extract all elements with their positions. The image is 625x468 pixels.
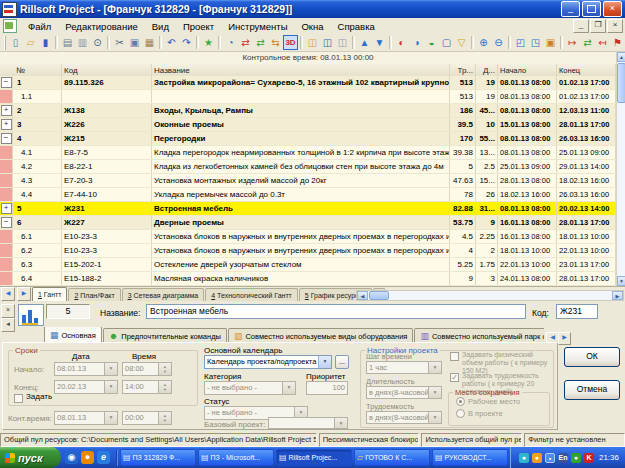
menu-item-вид[interactable]: Вид <box>145 20 176 33</box>
checkbox-icon[interactable] <box>14 394 23 403</box>
start-button[interactable]: пуск <box>0 447 61 468</box>
open-folder-icon[interactable]: ▱ <box>23 35 38 50</box>
table-row[interactable]: −189.115.326Застройка микрорайона= Сухар… <box>0 76 616 90</box>
ok-button[interactable]: ОК <box>564 347 620 367</box>
copy-icon[interactable]: ▣ <box>127 35 142 50</box>
calendar-more-button[interactable]: ... <box>335 355 349 369</box>
spinner-arrows-icon[interactable]: ▴▾ <box>158 412 171 424</box>
view-tab-3[interactable]: 3 Сетевая диаграмма <box>122 288 205 302</box>
print-icon[interactable]: ▤ <box>60 35 75 50</box>
table-row[interactable]: −6Ж227Дверные проемы53.75916.01.13 08:00… <box>0 216 616 230</box>
messenger-icon[interactable]: ◉ <box>65 451 78 464</box>
vertical-scrollbar[interactable]: ▲ ▼ <box>616 52 625 286</box>
print-preview-icon[interactable]: ▥ <box>75 35 90 50</box>
link-project-yellow-icon[interactable]: ◫ <box>305 35 320 50</box>
chevron-down-icon[interactable]: ▼ <box>104 381 117 393</box>
link-finish-finish-icon[interactable]: ↤ <box>595 35 610 50</box>
table-row[interactable]: 6.4Е15-188-2Масляная окраска наличников9… <box>0 272 616 286</box>
column-header-6[interactable]: Конец <box>557 64 616 76</box>
table-row[interactable]: 4.2Е8-22-1Кладка из легкобетонных камней… <box>0 160 616 174</box>
duration-unit-select[interactable]: в днях(8-часовой рабочий день)▼ <box>366 386 442 399</box>
dialog-tab-1[interactable]: ▦Основная <box>44 327 102 343</box>
minimize-button[interactable]: _ <box>561 1 580 17</box>
checkbox-icon[interactable] <box>450 352 459 361</box>
table-row[interactable]: 1.15131908.01.13 08:0001.02.13 17:00 <box>0 90 616 104</box>
zoom-out-icon[interactable]: ⊖ <box>491 35 506 50</box>
start-date-picker[interactable]: 08.01.13▼ <box>54 362 118 376</box>
control-time-spinner[interactable]: 00:00▴▾ <box>122 411 172 425</box>
chevron-down-icon[interactable]: ▼ <box>334 418 347 428</box>
chevron-down-icon[interactable]: ▼ <box>104 412 117 424</box>
dialog-tabs-right-icon[interactable]: ▶ <box>558 332 571 345</box>
task-code-input[interactable]: Ж231 <box>556 304 598 319</box>
menu-item-файл[interactable]: Файл <box>21 20 58 33</box>
horizontal-scroll-thumb[interactable] <box>369 291 389 300</box>
category-select[interactable]: - не выбрано -▼ <box>204 381 296 395</box>
mdi-restore-button[interactable]: ❒ <box>590 19 606 33</box>
spinner-arrows-icon[interactable]: ▴▾ <box>158 363 171 375</box>
collapse-icon[interactable]: − <box>1 77 12 88</box>
taskbar-window-button[interactable]: ▤Rillsoft Projec... <box>276 449 352 466</box>
horizontal-scrollbar[interactable]: ◀ ▶ <box>356 290 624 301</box>
table-row[interactable]: 4.4Е7-44-10Укладка перемычек массой до 0… <box>0 188 616 202</box>
tray-agent-icon[interactable]: ● <box>571 453 581 463</box>
end-time-spinner[interactable]: 14:00▴▾ <box>122 380 172 394</box>
scroll-down-icon[interactable]: ▼ <box>617 276 625 286</box>
dialog-tab-3[interactable]: ▥Совместно используемые виды оборудовани… <box>228 328 413 343</box>
taskbar-window-button[interactable]: ▤ПЗ - Microsoft... <box>198 449 274 466</box>
time-step-select[interactable]: 1 час▼ <box>366 361 442 374</box>
toolbar-grip[interactable] <box>4 36 6 50</box>
save-workspace-icon[interactable]: ▣ <box>543 35 558 50</box>
zoom-in-icon[interactable]: ⊕ <box>476 35 491 50</box>
link-project-gray-icon[interactable]: ◫ <box>335 35 350 50</box>
move-up-icon[interactable]: ▲ <box>357 35 372 50</box>
dialog-tab-2[interactable]: ☻Предпочтительные команды <box>103 328 227 343</box>
structure-icon[interactable]: ▢ <box>439 35 454 50</box>
view-tab-4[interactable]: 4 Технологический Гантт <box>205 288 298 302</box>
spinner-arrows-icon[interactable]: ▴▾ <box>158 381 171 393</box>
expand-icon[interactable]: + <box>1 119 12 130</box>
table-row[interactable]: +3Ж226Оконные проемы39.51015.01.13 08:00… <box>0 118 616 132</box>
tray-update-icon[interactable]: ● <box>532 453 542 463</box>
effort-unit-select[interactable]: в днях(8-часовой рабочий день)▼ <box>366 411 442 424</box>
menu-item-редактирование[interactable]: Редактирование <box>58 20 144 33</box>
shift-tasks-red-icon[interactable]: ⇄ <box>238 35 253 50</box>
cut-icon[interactable]: ✂ <box>112 35 127 50</box>
collapse-panel-icon[interactable]: ◂ <box>1 318 15 332</box>
base-project-select[interactable]: ▼ <box>268 417 348 429</box>
task-time-red-icon[interactable]: ◐ <box>394 35 409 50</box>
filter-icon[interactable]: ▽ <box>454 35 469 50</box>
language-indicator[interactable]: En <box>558 453 568 463</box>
column-header-3[interactable]: Тр... <box>450 64 476 76</box>
redo-icon[interactable]: ↷ <box>179 35 194 50</box>
table-row[interactable]: 6.3Е15-202-1Остекление дверей узорчатым … <box>0 258 616 272</box>
shift-tasks-green-icon[interactable]: ⇄ <box>253 35 268 50</box>
menu-item-окна[interactable]: Окна <box>294 20 330 33</box>
control-time-date-picker[interactable]: 08.01.13▼ <box>54 411 118 425</box>
vertical-scroll-thumb[interactable] <box>617 63 625 103</box>
milestone-icon[interactable]: ⚑ <box>610 35 625 50</box>
mdi-close-button[interactable]: × <box>607 19 623 33</box>
mdi-minimize-button[interactable]: _ <box>573 19 589 33</box>
radio-icon[interactable] <box>456 397 465 406</box>
window-layout-2-icon[interactable]: ◳ <box>528 35 543 50</box>
media-icon[interactable]: ● <box>81 451 94 464</box>
new-document-icon[interactable]: ▯ <box>8 35 23 50</box>
column-header-0[interactable]: № <box>0 64 62 76</box>
column-header-5[interactable]: Начало <box>498 64 557 76</box>
paste-icon[interactable]: ▦ <box>142 35 157 50</box>
wizard-icon[interactable]: ★ <box>201 35 216 50</box>
expand-icon[interactable]: + <box>1 105 12 116</box>
table-row[interactable]: 6.1Е10-23-3Установка блоков в наружных и… <box>0 230 616 244</box>
radio-icon[interactable] <box>456 409 465 418</box>
scroll-up-icon[interactable]: ▲ <box>617 52 625 62</box>
tabs-scroll-right-icon[interactable]: ▶ <box>17 287 31 301</box>
table-row[interactable]: 4.1Е8-7-5Кладка перегородок неармированн… <box>0 146 616 160</box>
set-dates-checkbox[interactable]: Задать <box>14 393 52 403</box>
window-layout-1-icon[interactable]: ◰ <box>513 35 528 50</box>
taskbar-window-button[interactable]: ▱ГОТОВО К С... <box>354 449 430 466</box>
tray-display-icon[interactable]: ▪ <box>545 453 555 463</box>
cancel-button[interactable]: Отмена <box>564 380 620 400</box>
link-project-blue-icon[interactable]: ◫ <box>320 35 335 50</box>
menu-item-справка[interactable]: Справка <box>331 20 382 33</box>
